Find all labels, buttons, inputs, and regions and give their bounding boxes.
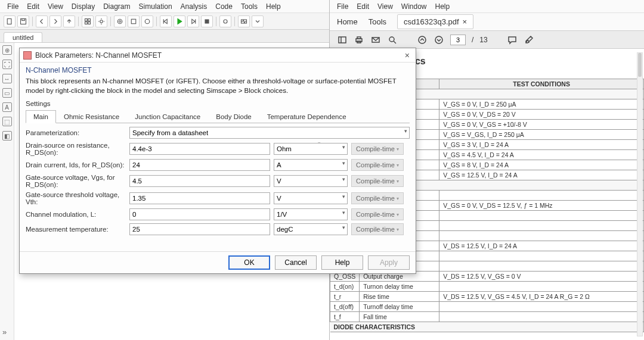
page-up-icon[interactable] — [417, 35, 428, 45]
scope-icon[interactable] — [238, 15, 250, 27]
r-menu-view[interactable]: View — [374, 2, 397, 11]
compile-time-dropdown[interactable]: Compile-time — [351, 143, 404, 155]
menu-code[interactable]: Code — [212, 2, 236, 11]
palette-fit-icon[interactable]: ⛶ — [2, 60, 12, 69]
menu-tools[interactable]: Tools — [237, 2, 261, 11]
close-tab-icon[interactable]: × — [463, 17, 467, 26]
param-unit-dropdown[interactable] — [274, 175, 348, 187]
dialog-icon — [23, 51, 32, 60]
param-value-input[interactable] — [129, 143, 270, 155]
compile-time-dropdown[interactable]: Compile-time — [351, 159, 404, 171]
svg-rect-10 — [131, 19, 136, 24]
menu-edit[interactable]: Edit — [23, 2, 43, 11]
palette-zoom-icon[interactable]: ⊕ — [2, 45, 12, 55]
tab-file[interactable]: csd16323q3.pdf × — [397, 14, 473, 29]
param-value-input[interactable] — [129, 192, 270, 204]
menu-display[interactable]: Display — [68, 2, 98, 11]
chevron-down-icon[interactable] — [252, 15, 264, 27]
target-icon[interactable] — [114, 15, 126, 27]
ok-button[interactable]: OK — [228, 255, 270, 270]
cancel-button[interactable]: Cancel — [275, 255, 317, 270]
r-menu-help[interactable]: Help — [432, 2, 454, 11]
param-value-input[interactable] — [129, 175, 270, 187]
svg-point-21 — [389, 37, 394, 42]
palette-tool3-icon[interactable]: ⬚ — [2, 117, 12, 126]
table-cond: V_GS = 4.5 V, I_D = 24 A — [439, 150, 644, 160]
param-unit-dropdown[interactable] — [274, 159, 348, 171]
tab-body-diode[interactable]: Body Diode — [208, 110, 259, 123]
palette-arrows-icon[interactable]: ↔ — [2, 74, 12, 83]
menu-analysis[interactable]: Analysis — [177, 2, 211, 11]
compile-time-dropdown[interactable]: Compile-time — [351, 175, 404, 187]
table-cond: V_DS = 12.5 V, I_D = 24 A — [439, 241, 644, 251]
tab-home[interactable]: Home — [337, 17, 358, 26]
table-cond — [439, 282, 644, 292]
r-menu-edit[interactable]: Edit — [353, 2, 373, 11]
tab-ohmic[interactable]: Ohmic Resistance — [56, 110, 127, 123]
expand-chevron-icon[interactable]: » — [2, 327, 7, 336]
compile-time-dropdown[interactable]: Compile-time — [351, 223, 404, 235]
left-toolbar — [0, 13, 329, 30]
table-section: DIODE CHARACTERISTICS — [330, 322, 644, 332]
step-forward-icon[interactable] — [187, 15, 199, 27]
page-down-icon[interactable] — [434, 35, 444, 45]
print-icon[interactable] — [354, 35, 364, 45]
tab-junction[interactable]: Junction Capacitance — [127, 110, 208, 123]
menu-simulation[interactable]: Simulation — [135, 2, 176, 11]
param-value-input[interactable] — [129, 159, 270, 171]
stop-icon[interactable] — [201, 15, 213, 27]
search-icon[interactable] — [387, 35, 398, 45]
tool-a-icon[interactable] — [128, 15, 140, 27]
palette-tool1-icon[interactable]: ▭ — [2, 88, 12, 98]
email-icon[interactable] — [370, 35, 381, 45]
scrollbar-thumb[interactable] — [638, 53, 642, 77]
palette-tool4-icon[interactable]: ◧ — [2, 131, 12, 141]
parameterization-dropdown[interactable] — [129, 127, 410, 139]
tab-tools[interactable]: Tools — [369, 17, 386, 26]
parameterization-label: Parameterization: — [26, 129, 129, 136]
param-unit-dropdown[interactable] — [274, 192, 348, 204]
sidebar-toggle-icon[interactable] — [337, 35, 348, 45]
step-back-icon[interactable] — [160, 15, 172, 27]
apply-button[interactable]: Apply — [368, 255, 410, 270]
save-icon[interactable] — [17, 15, 29, 27]
table-cond — [439, 221, 644, 231]
table-cond: V_GS = 8 V, I_D = 24 A — [439, 160, 644, 170]
tab-temperature[interactable]: Temperature Dependence — [259, 110, 354, 123]
palette-tool2-icon[interactable]: A — [2, 102, 12, 112]
compile-time-dropdown[interactable]: Compile-time — [351, 192, 404, 204]
param-unit-dropdown[interactable] — [274, 208, 348, 220]
menu-view[interactable]: View — [44, 2, 67, 11]
library-icon[interactable] — [82, 15, 94, 27]
param-value-input[interactable] — [129, 223, 270, 235]
pdf-scrollbar[interactable] — [637, 52, 643, 336]
forward-icon[interactable] — [49, 15, 61, 27]
sign-icon[interactable] — [524, 35, 534, 45]
svg-rect-6 — [88, 21, 91, 24]
menu-diagram[interactable]: Diagram — [100, 2, 134, 11]
r-menu-window[interactable]: Window — [398, 2, 431, 11]
comment-icon[interactable] — [507, 35, 518, 45]
menu-file[interactable]: File — [4, 2, 22, 11]
tab-main[interactable]: Main — [26, 110, 56, 123]
tool-b-icon[interactable] — [141, 15, 153, 27]
dialog-titlebar[interactable]: Block Parameters: N-Channel MOSFET × — [20, 48, 416, 63]
help-button[interactable]: Help — [321, 255, 363, 270]
model-tab[interactable]: untitled — [4, 32, 42, 42]
config-icon[interactable] — [95, 15, 107, 27]
page-number-input[interactable] — [450, 35, 466, 45]
back-icon[interactable] — [36, 15, 48, 27]
svg-rect-0 — [7, 18, 11, 24]
param-unit-dropdown[interactable] — [274, 223, 348, 235]
param-unit-dropdown[interactable] — [274, 143, 348, 155]
menu-help[interactable]: Help — [262, 2, 284, 11]
compile-time-dropdown[interactable]: Compile-time — [351, 208, 404, 220]
r-menu-file[interactable]: File — [333, 2, 352, 11]
param-value-input[interactable] — [129, 208, 270, 220]
run-icon[interactable] — [174, 15, 185, 27]
up-icon[interactable] — [63, 15, 75, 27]
record-icon[interactable] — [219, 15, 231, 27]
svg-rect-2 — [22, 18, 25, 20]
close-icon[interactable]: × — [402, 51, 412, 60]
new-icon[interactable] — [4, 15, 16, 27]
